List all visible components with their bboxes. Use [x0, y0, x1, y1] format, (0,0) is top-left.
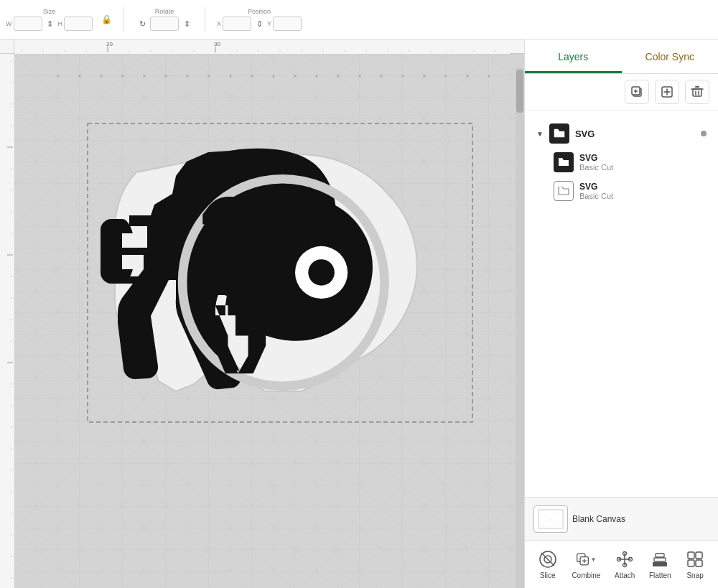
list-item[interactable]: SVG Basic Cut	[551, 177, 709, 205]
list-item[interactable]: SVG Basic Cut	[551, 148, 709, 177]
combine-label: Combine	[572, 571, 600, 579]
rotate-group: Rotate ↻ ⇕	[136, 8, 193, 31]
svg-rect-133	[653, 562, 667, 566]
svg-rect-138	[688, 560, 694, 566]
snap-label: Snap	[686, 571, 703, 579]
position-group: Position X ⇕ Y	[217, 8, 302, 31]
attach-label: Attach	[615, 571, 635, 579]
slice-label: Slice	[540, 571, 556, 579]
position-inputs: X ⇕ Y	[217, 17, 302, 31]
h-label: H	[58, 20, 63, 27]
w-label: W	[6, 20, 12, 27]
right-panel: Layers Color Sync	[524, 39, 718, 588]
layer-item-info-2: SVG Basic Cut	[579, 182, 613, 200]
layer-item-icon-2	[554, 181, 574, 201]
layers-list: ▼ SVG	[525, 111, 718, 497]
snap-icon	[685, 549, 705, 569]
snap-button[interactable]: Snap	[681, 546, 709, 582]
ruler-corner	[0, 39, 14, 54]
rotate-inputs: ↻ ⇕	[136, 17, 193, 31]
divider-1	[123, 7, 124, 32]
delete-button[interactable]	[685, 80, 709, 104]
svg-rect-137	[696, 552, 702, 559]
design-canvas-container[interactable]	[14, 54, 524, 588]
scrollbar-thumb[interactable]	[516, 70, 523, 113]
rotate-input[interactable]	[150, 17, 179, 31]
main-area: 20 30	[0, 39, 718, 588]
size-arrows-icon[interactable]: ⇕	[44, 17, 57, 30]
blank-canvas-thumbnail	[533, 505, 568, 533]
ruler-horizontal: 20 30	[0, 39, 524, 54]
flatten-button[interactable]: Flatten	[645, 546, 676, 582]
position-label: Position	[248, 8, 271, 15]
chevron-down-icon: ▼	[536, 130, 544, 138]
design-object[interactable]	[86, 122, 474, 424]
tab-layers[interactable]: Layers	[525, 39, 622, 73]
x-input[interactable]	[223, 17, 251, 31]
size-inputs: W ⇕ H	[6, 17, 93, 31]
x-label: X	[217, 20, 221, 27]
combine-dropdown-chevron[interactable]: ▼	[590, 556, 596, 563]
flatten-label: Flatten	[649, 571, 671, 579]
svg-rect-134	[654, 558, 666, 561]
combine-icon: ▼	[576, 549, 596, 569]
layer-item-name-1: SVG	[579, 153, 613, 163]
layer-item-icon-1	[554, 152, 574, 172]
layer-visibility-dot	[701, 131, 707, 136]
width-input[interactable]	[14, 17, 42, 31]
layer-group-header[interactable]: ▼ SVG	[533, 119, 709, 148]
svg-point-107	[308, 259, 335, 286]
rotate-arrows-icon[interactable]: ⇕	[180, 17, 193, 30]
size-group: Size W ⇕ H	[6, 8, 93, 31]
canvas-scrollbar[interactable]	[516, 68, 524, 588]
svg-text:30: 30	[214, 41, 220, 47]
duplicate-button[interactable]	[625, 80, 649, 104]
combine-button[interactable]: ▼ Combine	[567, 546, 605, 582]
bottom-canvas-bar: Blank Canvas	[525, 497, 718, 540]
divider-2	[205, 7, 205, 32]
ruler-vertical	[0, 39, 14, 588]
rotate-label: Rotate	[155, 8, 174, 15]
panel-bottom-actions: Slice ▼ Combine	[525, 540, 718, 588]
position-arrows-icon[interactable]: ⇕	[253, 17, 266, 30]
layer-group-name: SVG	[575, 129, 595, 139]
slice-button[interactable]: Slice	[533, 546, 562, 582]
attach-icon	[615, 549, 635, 569]
attach-button[interactable]: Attach	[610, 546, 639, 582]
layer-group-icon	[549, 123, 569, 144]
panel-tabs: Layers Color Sync	[525, 39, 718, 74]
rotate-icon[interactable]: ↻	[136, 17, 149, 30]
layer-group-svg: ▼ SVG	[525, 116, 718, 208]
svg-rect-136	[688, 552, 694, 559]
y-label: Y	[267, 20, 271, 27]
slice-icon	[538, 549, 558, 569]
panel-toolbar	[525, 74, 718, 111]
lock-icon[interactable]: 🔒	[101, 14, 112, 24]
top-toolbar: Size W ⇕ H 🔒 Rotate ↻ ⇕ Position X ⇕ Y	[0, 0, 718, 39]
svg-rect-26	[0, 39, 14, 588]
canvas-area[interactable]: 20 30	[0, 39, 524, 588]
y-input[interactable]	[273, 17, 302, 31]
svg-rect-0	[0, 39, 510, 54]
layer-items: SVG Basic Cut SVG Basic C	[551, 148, 709, 205]
tab-color-sync[interactable]: Color Sync	[622, 39, 719, 73]
size-label: Size	[43, 8, 56, 15]
svg-rect-115	[693, 89, 701, 96]
layer-item-info-1: SVG Basic Cut	[579, 153, 613, 172]
layer-item-sub-1: Basic Cut	[579, 163, 613, 172]
layer-item-sub-2: Basic Cut	[579, 192, 613, 200]
height-input[interactable]	[64, 17, 93, 31]
svg-rect-139	[696, 560, 702, 566]
layer-item-name-2: SVG	[579, 182, 613, 192]
svg-rect-135	[656, 554, 664, 557]
blank-canvas-label: Blank Canvas	[572, 514, 625, 524]
add-button[interactable]	[655, 80, 679, 104]
svg-text:20: 20	[106, 41, 113, 47]
flatten-icon	[650, 549, 670, 569]
